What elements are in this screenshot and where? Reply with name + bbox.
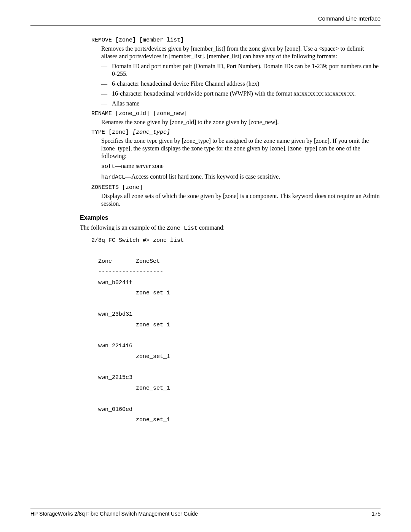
type-syntax-ital: [zone_type] [132,129,170,136]
footer-page-number: 175 [372,511,381,517]
footer-doc-title: HP StorageWorks 2/8q Fibre Channel Switc… [30,511,198,517]
type-syntax-plain: TYPE [zone] [91,129,132,136]
examples-intro-pre: The following is an example of the [80,224,167,231]
remove-desc: Removes the ports/devices given by [memb… [101,45,381,60]
examples-intro-code: Zone List [167,225,198,232]
type-opt2-code: hardACL [101,174,125,181]
example-code-block: 2/8q FC Switch #> zone list Zone ZoneSet… [91,235,381,426]
bullet-dash: — [101,90,112,97]
header-rule [30,25,381,26]
page-footer: HP StorageWorks 2/8q Fibre Channel Switc… [30,508,381,517]
type-opt2: hardACL—Access control list hard zone. T… [101,173,381,181]
examples-heading: Examples [80,214,381,221]
content-body: REMOVE [zone] [member_list] Removes the … [91,37,381,425]
remove-syntax: REMOVE [zone] [member_list] [91,37,381,43]
footer-rule [30,508,381,508]
type-opt2-rest: —Access control list hard zone. This key… [125,173,280,180]
examples-intro: The following is an example of the Zone … [80,224,381,232]
bullet-dash: — [101,62,112,78]
examples-intro-post: command: [198,224,225,231]
list-item: — 6-character hexadecimal device Fibre C… [101,80,381,88]
page-container: Command Line Interface REMOVE [zone] [me… [0,0,411,532]
rename-syntax: RENAME [zone_old] [zone_new] [91,110,381,117]
bullet-text: 6-character hexadecimal device Fibre Cha… [112,80,259,88]
list-item: — 16-character hexadecimal worldwide por… [101,90,381,97]
bullet-text: 16-character hexadecimal worldwide port … [112,90,356,97]
bullet-text: Domain ID and port number pair (Domain I… [112,62,381,78]
footer-row: HP StorageWorks 2/8q Fibre Channel Switc… [30,511,381,517]
list-item: — Alias name [101,100,381,107]
type-desc: Specifies the zone type given by [zone_t… [101,137,381,160]
type-syntax: TYPE [zone] [zone_type] [91,129,381,136]
type-opt1-code: soft [101,163,115,170]
header-section-title: Command Line Interface [30,15,381,22]
zonesets-syntax: ZONESETS [zone] [91,184,381,191]
bullet-text: Alias name [112,100,139,107]
remove-bullets: — Domain ID and port number pair (Domain… [101,62,381,107]
type-opt1-rest: —name server zone [115,163,164,169]
zonesets-desc: Displays all zone sets of which the zone… [101,192,381,208]
list-item: — Domain ID and port number pair (Domain… [101,62,381,78]
bullet-dash: — [101,80,112,88]
type-opt1: soft—name server zone [101,162,381,171]
rename-desc: Renames the zone given by [zone_old] to … [101,118,381,126]
bullet-dash: — [101,100,112,107]
